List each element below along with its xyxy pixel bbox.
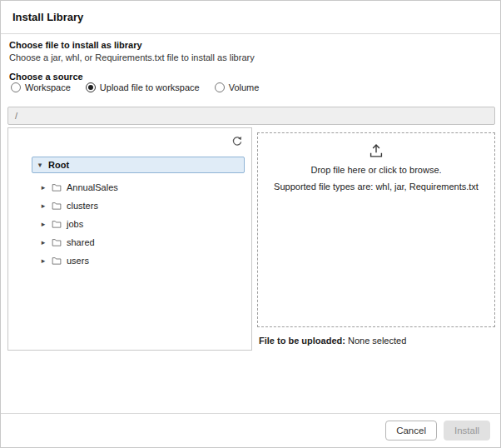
file-status-label: File to be uploaded:: [259, 336, 345, 346]
radio-upload-file[interactable]: Upload file to workspace: [86, 82, 200, 92]
file-upload-status: File to be uploaded: None selected: [259, 336, 406, 346]
tree-item-label: users: [67, 256, 89, 266]
folder-icon: [52, 237, 62, 247]
dialog-header: Install Library: [1, 1, 500, 34]
radio-volume[interactable]: Volume: [215, 82, 260, 92]
tree-item-jobs[interactable]: ▸ jobs: [8, 215, 251, 233]
radio-circle-volume: [215, 82, 225, 92]
caret-right-icon[interactable]: ▸: [40, 184, 47, 192]
tree-item-root[interactable]: ▾ Root: [32, 157, 245, 173]
tree-item-label: clusters: [67, 201, 98, 211]
caret-right-icon[interactable]: ▸: [40, 221, 47, 228]
radio-label: Upload file to workspace: [100, 82, 200, 92]
radio-label: Workspace: [25, 82, 71, 92]
tree-children: ▸ AnnualSales ▸ clusters ▸ jobs: [8, 178, 251, 270]
upload-panel: Drop file here or click to browse. Suppo…: [257, 127, 495, 351]
upload-icon: [367, 142, 385, 160]
file-status-value: None selected: [348, 336, 406, 346]
install-library-dialog: Install Library Choose file to install a…: [0, 0, 501, 448]
file-section-heading: Choose file to install as library: [9, 40, 142, 50]
caret-right-icon[interactable]: ▸: [40, 257, 47, 265]
tree-item-annualsales[interactable]: ▸ AnnualSales: [8, 178, 251, 197]
source-radio-group: Workspace Upload file to workspace Volum…: [11, 82, 492, 92]
workspace-browser-panel: ▾ Root ▸ AnnualSales ▸ clusters ▸: [7, 127, 252, 351]
folder-icon: [52, 256, 62, 266]
install-button[interactable]: Install: [444, 421, 490, 441]
caret-down-icon[interactable]: ▾: [37, 162, 43, 169]
folder-icon: [52, 219, 62, 229]
path-value: /: [15, 111, 17, 121]
refresh-button[interactable]: [231, 134, 244, 147]
caret-right-icon[interactable]: ▸: [40, 202, 47, 210]
tree-item-label: jobs: [67, 219, 83, 229]
tree-item-users[interactable]: ▸ users: [8, 251, 251, 270]
dialog-title: Install Library: [12, 11, 83, 23]
file-section-subheading: Choose a jar, whl, or Requirements.txt f…: [9, 52, 255, 62]
folder-icon: [52, 182, 62, 192]
dropzone-primary-text: Drop file here or click to browse.: [310, 165, 441, 175]
path-input[interactable]: /: [7, 107, 495, 125]
file-dropzone[interactable]: Drop file here or click to browse. Suppo…: [257, 132, 495, 327]
radio-label: Volume: [229, 82, 260, 92]
radio-circle-upload: [86, 82, 96, 92]
tree-item-label: AnnualSales: [67, 182, 118, 192]
tree-item-label: shared: [67, 237, 95, 247]
source-section-heading: Choose a source: [9, 72, 83, 82]
radio-workspace[interactable]: Workspace: [11, 82, 71, 92]
caret-right-icon[interactable]: ▸: [40, 239, 47, 246]
folder-icon: [52, 201, 62, 211]
tree-item-shared[interactable]: ▸ shared: [8, 233, 251, 251]
radio-circle-workspace: [11, 82, 21, 92]
dropzone-supported-types: Supported file types are: whl, jar, Requ…: [274, 182, 479, 192]
refresh-icon: [231, 135, 243, 147]
tree-item-clusters[interactable]: ▸ clusters: [8, 197, 251, 215]
tree-item-label: Root: [48, 160, 69, 170]
dialog-footer: Cancel Install: [1, 413, 500, 447]
cancel-button[interactable]: Cancel: [385, 421, 437, 441]
